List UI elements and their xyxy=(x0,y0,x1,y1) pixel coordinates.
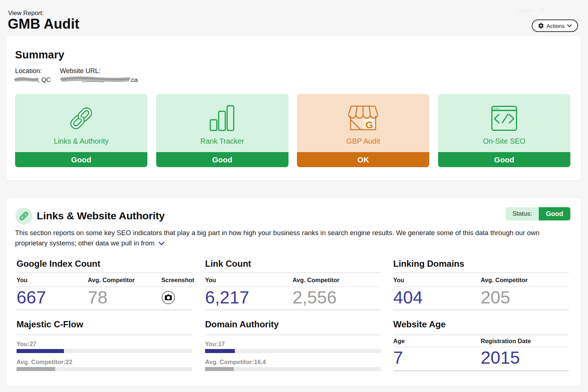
svg-text:G: G xyxy=(366,119,373,130)
